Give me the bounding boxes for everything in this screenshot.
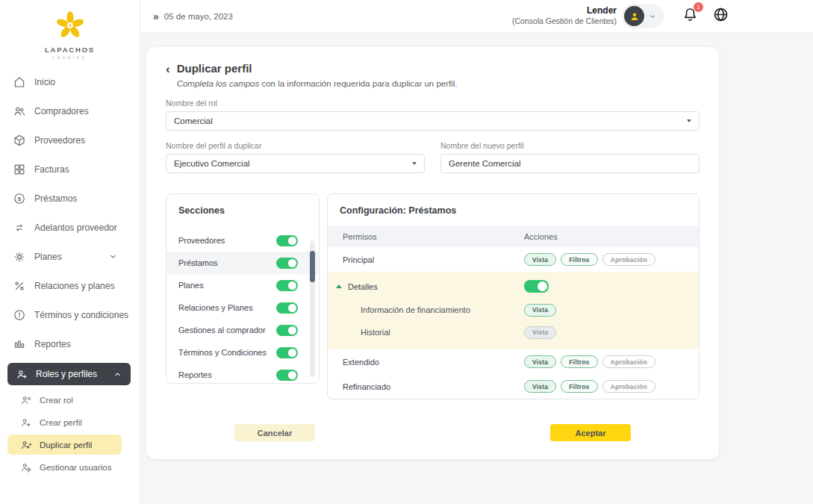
- notification-badge: 1: [694, 2, 703, 12]
- section-item-prestamos[interactable]: Préstamos: [166, 252, 319, 274]
- actions-cell: Vista: [524, 304, 699, 317]
- sidebar-subitem-gestionar-usuarios[interactable]: Gestionar usuarios: [7, 457, 122, 477]
- role-select[interactable]: Comercial: [166, 111, 700, 131]
- permission-row-principal: PrincipalVistaFiltrosAprobación: [328, 247, 699, 272]
- sidebar-subitem-duplicar-perfil[interactable]: Duplicar perfil: [7, 435, 122, 455]
- sidebar-item-prestamos[interactable]: $Préstamos: [0, 184, 140, 213]
- section-item-gestiones-al-comprador[interactable]: Gestiones al comprador: [166, 319, 319, 341]
- new-profile-input[interactable]: [440, 154, 700, 173]
- main-area: » 05 de mayo, 2023 Lender (Consola Gesti…: [140, 0, 813, 504]
- source-profile-select[interactable]: Ejecutivo Comercial: [166, 154, 425, 173]
- section-toggle-planes[interactable]: [276, 280, 298, 291]
- create-role-icon: [20, 394, 32, 406]
- config-panel: Configuración: Préstamos Permisos Accion…: [327, 193, 700, 399]
- sidebar-group-label: Roles y perfiles: [36, 369, 97, 379]
- sidebar-subitem-crear-rol[interactable]: Crear rol: [7, 390, 122, 410]
- sidebar-nav: InicioCompradoresProveedoresFacturas$Pré…: [0, 67, 140, 477]
- action-chip-aprobacion[interactable]: Aprobación: [602, 253, 655, 266]
- home-icon: [13, 75, 26, 89]
- section-label: Proveedores: [178, 236, 225, 245]
- section-toggle-prestamos[interactable]: [276, 258, 298, 269]
- sidebar-item-roles-y-perfiles[interactable]: Roles y perfiles: [7, 363, 131, 385]
- form-actions: Cancelar Aceptar: [166, 424, 700, 441]
- section-toggle-reportes[interactable]: [276, 370, 298, 381]
- permission-cell: Información de financiamiento: [328, 305, 524, 314]
- alert-icon: [13, 308, 26, 322]
- section-label: Relaciones y Planes: [178, 303, 253, 312]
- section-label: Reportes: [178, 370, 212, 379]
- section-label: Gestiones al comprador: [178, 326, 266, 335]
- section-item-relaciones-y-planes[interactable]: Relaciones y Planes: [166, 296, 319, 319]
- action-chip-filtros[interactable]: Filtros: [561, 380, 597, 393]
- group-toggle-detalles[interactable]: [524, 280, 549, 293]
- section-item-proveedores[interactable]: Proveedores: [166, 229, 319, 252]
- language-globe-icon[interactable]: [712, 6, 729, 26]
- app-root: LAPACHOS LENDING InicioCompradoresProvee…: [0, 0, 813, 504]
- sidebar-item-planes[interactable]: Planes: [0, 242, 140, 271]
- permission-cell: Extendido: [328, 358, 524, 367]
- sections-scrollbar[interactable]: [310, 240, 315, 377]
- action-chip-vista[interactable]: Vista: [524, 380, 556, 393]
- sidebar-item-adelantos-proveedor[interactable]: Adelantos proveedor: [0, 213, 140, 242]
- topbar-left: » 05 de mayo, 2023: [153, 10, 233, 22]
- chevron-down-icon: [649, 13, 656, 20]
- collapse-caret-icon[interactable]: [336, 284, 342, 288]
- role-select-value: Comercial: [174, 116, 213, 125]
- sidebar-item-inicio[interactable]: Inicio: [0, 67, 140, 96]
- dropdown-caret-icon: [412, 162, 417, 165]
- back-button[interactable]: ‹: [166, 63, 170, 88]
- sidebar-item-relaciones-y-planes[interactable]: Relaciones y planes: [0, 271, 140, 300]
- action-chip-aprobacion[interactable]: Aprobación: [602, 355, 655, 368]
- section-item-planes[interactable]: Planes: [166, 274, 319, 296]
- permission-cell: Historial: [328, 328, 524, 337]
- scrollbar-thumb[interactable]: [310, 251, 315, 282]
- sidebar-item-label: Términos y condiciones: [34, 310, 128, 320]
- action-chip-vista[interactable]: Vista: [524, 304, 556, 317]
- report-icon: [13, 337, 26, 351]
- permissions-column-header: Permisos: [328, 232, 524, 241]
- section-item-reportes[interactable]: Reportes: [166, 364, 319, 384]
- flower-logo-icon: [53, 7, 87, 45]
- action-chip-aprobacion[interactable]: Aprobación: [602, 380, 655, 393]
- section-label: Planes: [178, 281, 204, 290]
- topbar-right: Lender (Consola Gestión de Clientes): [512, 4, 729, 28]
- action-chip-vista[interactable]: Vista: [524, 355, 556, 368]
- action-chip-filtros[interactable]: Filtros: [561, 253, 597, 266]
- user-menu[interactable]: [622, 4, 664, 28]
- config-panel-title: Configuración: Préstamos: [328, 194, 699, 225]
- sidebar-item-label: Proveedores: [34, 135, 85, 146]
- permission-label: Historial: [361, 328, 390, 337]
- sidebar-item-terminos-y-condiciones[interactable]: Términos y condiciones: [0, 300, 140, 329]
- section-item-terminos-y-condiciones[interactable]: Términos y Condiciones: [166, 341, 319, 364]
- sidebar-item-label: Relaciones y planes: [34, 281, 114, 291]
- actions-column-header: Acciones: [524, 232, 699, 241]
- avatar: [624, 6, 644, 26]
- sidebar-subitem-crear-perfil[interactable]: Crear perfil: [7, 412, 122, 432]
- content-area: ‹ Duplicar perfil Completa los campos co…: [140, 33, 813, 504]
- permission-label: Refinanciado: [343, 382, 390, 391]
- section-toggle-gestiones-al-comprador[interactable]: [276, 325, 298, 336]
- actions-cell: VistaFiltrosAprobación: [524, 380, 699, 393]
- topbar: » 05 de mayo, 2023 Lender (Consola Gesti…: [140, 0, 813, 33]
- action-chip-vista[interactable]: Vista: [524, 326, 556, 339]
- sidebar-item-proveedores[interactable]: Proveedores: [0, 125, 140, 155]
- section-toggle-proveedores[interactable]: [276, 235, 298, 246]
- sections-panel-title: Secciones: [166, 194, 319, 225]
- card-header: ‹ Duplicar perfil Completa los campos co…: [166, 62, 700, 88]
- sidebar-expand-icon[interactable]: »: [153, 10, 158, 22]
- sidebar-item-compradores[interactable]: Compradores: [0, 96, 140, 125]
- sidebar-item-facturas[interactable]: Facturas: [0, 155, 140, 184]
- brand-name: LAPACHOS: [45, 46, 95, 54]
- accept-button[interactable]: Aceptar: [550, 424, 631, 441]
- section-toggle-relaciones-y-planes[interactable]: [276, 302, 298, 314]
- action-chip-vista[interactable]: Vista: [524, 253, 556, 266]
- sidebar-item-reportes[interactable]: Reportes: [0, 329, 140, 358]
- dropdown-caret-icon: [687, 119, 691, 122]
- sidebar-item-label: Reportes: [34, 339, 71, 349]
- notifications-bell-icon[interactable]: 1: [682, 6, 699, 26]
- user-role: (Consola Gestión de Clientes): [512, 16, 617, 26]
- cancel-button[interactable]: Cancelar: [234, 424, 315, 441]
- permission-row-detalles: Detalles: [328, 274, 699, 299]
- section-toggle-terminos-y-condiciones[interactable]: [276, 347, 298, 358]
- action-chip-filtros[interactable]: Filtros: [561, 355, 597, 368]
